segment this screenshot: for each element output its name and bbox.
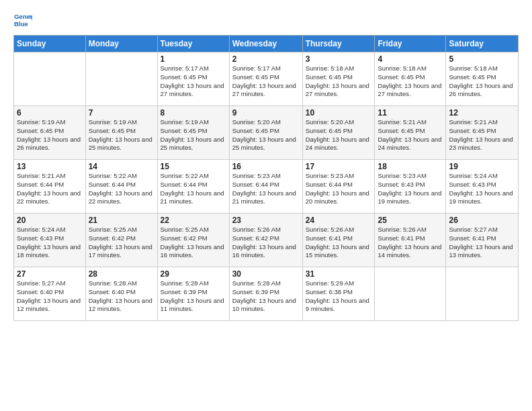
day-number: 27 — [17, 269, 83, 279]
calendar-cell — [14, 52, 86, 106]
calendar-cell: 2Sunrise: 5:17 AMSunset: 6:45 PMDaylight… — [229, 52, 302, 106]
daylight-text: Daylight: 13 hours and 21 minutes. — [161, 189, 226, 207]
daylight-text: Daylight: 13 hours and 16 minutes. — [232, 243, 300, 261]
sunrise-text: Sunrise: 5:29 AM — [306, 279, 372, 288]
day-info: Sunrise: 5:17 AMSunset: 6:45 PMDaylight:… — [161, 64, 226, 99]
day-info: Sunrise: 5:23 AMSunset: 6:44 PMDaylight:… — [232, 172, 300, 206]
day-number: 31 — [306, 269, 372, 279]
sunrise-text: Sunrise: 5:23 AM — [306, 172, 372, 181]
daylight-text: Daylight: 13 hours and 19 minutes. — [378, 189, 443, 207]
day-number: 28 — [89, 269, 154, 279]
day-number: 15 — [161, 162, 226, 171]
sunrise-text: Sunrise: 5:21 AM — [449, 118, 515, 127]
sunrise-text: Sunrise: 5:25 AM — [161, 226, 226, 234]
sunrise-text: Sunrise: 5:26 AM — [378, 226, 443, 234]
calendar-cell: 14Sunrise: 5:22 AMSunset: 6:44 PMDayligh… — [85, 160, 157, 214]
day-info: Sunrise: 5:19 AMSunset: 6:45 PMDaylight:… — [161, 118, 226, 152]
daylight-text: Daylight: 13 hours and 23 minutes. — [449, 136, 515, 153]
sunrise-text: Sunrise: 5:28 AM — [89, 279, 154, 288]
calendar-cell: 23Sunrise: 5:26 AMSunset: 6:42 PMDayligh… — [229, 214, 302, 267]
calendar-week-row: 1Sunrise: 5:17 AMSunset: 6:45 PMDaylight… — [14, 52, 519, 106]
day-number: 17 — [306, 162, 372, 171]
daylight-text: Daylight: 13 hours and 24 minutes. — [306, 136, 372, 153]
sunrise-text: Sunrise: 5:18 AM — [306, 64, 372, 73]
sunset-text: Sunset: 6:39 PM — [161, 288, 226, 297]
calendar-cell: 1Sunrise: 5:17 AMSunset: 6:45 PMDaylight… — [157, 52, 229, 106]
calendar-cell: 24Sunrise: 5:26 AMSunset: 6:41 PMDayligh… — [302, 214, 375, 267]
sunrise-text: Sunrise: 5:26 AM — [306, 226, 372, 234]
sunrise-text: Sunrise: 5:22 AM — [161, 172, 226, 181]
day-number: 1 — [161, 54, 226, 64]
sunset-text: Sunset: 6:43 PM — [17, 234, 83, 243]
calendar-cell: 17Sunrise: 5:23 AMSunset: 6:44 PMDayligh… — [302, 160, 375, 214]
day-number: 12 — [449, 108, 515, 118]
day-info: Sunrise: 5:24 AMSunset: 6:43 PMDaylight:… — [449, 172, 515, 206]
sunrise-text: Sunrise: 5:25 AM — [89, 226, 154, 234]
daylight-text: Daylight: 13 hours and 26 minutes. — [449, 82, 515, 99]
daylight-text: Daylight: 13 hours and 27 minutes. — [161, 82, 226, 99]
calendar-body: 1Sunrise: 5:17 AMSunset: 6:45 PMDaylight… — [14, 52, 519, 321]
calendar-week-row: 6Sunrise: 5:19 AMSunset: 6:45 PMDaylight… — [14, 106, 519, 160]
daylight-text: Daylight: 13 hours and 14 minutes. — [378, 243, 443, 261]
calendar-cell: 29Sunrise: 5:28 AMSunset: 6:39 PMDayligh… — [157, 267, 229, 321]
day-number: 2 — [232, 54, 300, 64]
sunrise-text: Sunrise: 5:20 AM — [306, 118, 372, 127]
daylight-text: Daylight: 13 hours and 9 minutes. — [306, 297, 372, 314]
sunset-text: Sunset: 6:45 PM — [17, 127, 83, 136]
calendar-cell: 20Sunrise: 5:24 AMSunset: 6:43 PMDayligh… — [14, 214, 86, 267]
sunset-text: Sunset: 6:40 PM — [17, 288, 83, 297]
sunset-text: Sunset: 6:44 PM — [89, 181, 154, 189]
day-info: Sunrise: 5:21 AMSunset: 6:45 PMDaylight:… — [378, 118, 443, 152]
day-number: 10 — [306, 108, 372, 118]
day-info: Sunrise: 5:27 AMSunset: 6:40 PMDaylight:… — [17, 279, 83, 314]
day-number: 7 — [89, 108, 154, 118]
daylight-text: Daylight: 13 hours and 27 minutes. — [306, 82, 372, 99]
sunrise-text: Sunrise: 5:28 AM — [161, 279, 226, 288]
day-number: 8 — [161, 108, 226, 118]
sunset-text: Sunset: 6:44 PM — [161, 181, 226, 189]
svg-text:Blue: Blue — [14, 20, 28, 28]
daylight-text: Daylight: 13 hours and 19 minutes. — [449, 189, 515, 207]
calendar-week-row: 13Sunrise: 5:21 AMSunset: 6:44 PMDayligh… — [14, 160, 519, 214]
calendar-week-row: 20Sunrise: 5:24 AMSunset: 6:43 PMDayligh… — [14, 214, 519, 267]
sunrise-text: Sunrise: 5:22 AM — [89, 172, 154, 181]
sunset-text: Sunset: 6:41 PM — [306, 234, 372, 243]
day-number: 25 — [378, 216, 443, 225]
sunset-text: Sunset: 6:38 PM — [306, 288, 372, 297]
day-info: Sunrise: 5:25 AMSunset: 6:42 PMDaylight:… — [89, 226, 154, 260]
logo-icon: General Blue — [13, 11, 32, 30]
weekday-header-cell: Sunday — [14, 36, 86, 52]
calendar-cell: 6Sunrise: 5:19 AMSunset: 6:45 PMDaylight… — [14, 106, 86, 160]
day-info: Sunrise: 5:22 AMSunset: 6:44 PMDaylight:… — [161, 172, 226, 206]
calendar-cell: 10Sunrise: 5:20 AMSunset: 6:45 PMDayligh… — [302, 106, 375, 160]
sunrise-text: Sunrise: 5:19 AM — [89, 118, 154, 127]
day-info: Sunrise: 5:24 AMSunset: 6:43 PMDaylight:… — [17, 226, 83, 260]
sunset-text: Sunset: 6:44 PM — [17, 181, 83, 189]
sunset-text: Sunset: 6:45 PM — [449, 127, 515, 136]
sunset-text: Sunset: 6:44 PM — [232, 181, 300, 189]
day-info: Sunrise: 5:26 AMSunset: 6:42 PMDaylight:… — [232, 226, 300, 260]
sunset-text: Sunset: 6:45 PM — [232, 73, 300, 82]
day-number: 6 — [17, 108, 83, 118]
weekday-header-cell: Saturday — [446, 36, 519, 52]
daylight-text: Daylight: 13 hours and 11 minutes. — [161, 297, 226, 314]
weekday-header-cell: Tuesday — [157, 36, 229, 52]
day-info: Sunrise: 5:18 AMSunset: 6:45 PMDaylight:… — [378, 64, 443, 99]
sunrise-text: Sunrise: 5:21 AM — [17, 172, 83, 181]
page-header: General Blue — [13, 11, 519, 30]
day-info: Sunrise: 5:18 AMSunset: 6:45 PMDaylight:… — [449, 64, 515, 99]
day-info: Sunrise: 5:28 AMSunset: 6:40 PMDaylight:… — [89, 279, 154, 314]
day-info: Sunrise: 5:28 AMSunset: 6:39 PMDaylight:… — [161, 279, 226, 314]
daylight-text: Daylight: 13 hours and 21 minutes. — [232, 189, 300, 207]
calendar-cell: 22Sunrise: 5:25 AMSunset: 6:42 PMDayligh… — [157, 214, 229, 267]
weekday-header-row: SundayMondayTuesdayWednesdayThursdayFrid… — [14, 36, 519, 52]
sunrise-text: Sunrise: 5:24 AM — [17, 226, 83, 234]
sunset-text: Sunset: 6:42 PM — [232, 234, 300, 243]
sunset-text: Sunset: 6:45 PM — [306, 127, 372, 136]
calendar-cell: 25Sunrise: 5:26 AMSunset: 6:41 PMDayligh… — [375, 214, 446, 267]
calendar-week-row: 27Sunrise: 5:27 AMSunset: 6:40 PMDayligh… — [14, 267, 519, 321]
day-info: Sunrise: 5:19 AMSunset: 6:45 PMDaylight:… — [89, 118, 154, 152]
day-number: 24 — [306, 216, 372, 225]
weekday-header-cell: Monday — [85, 36, 157, 52]
daylight-text: Daylight: 13 hours and 12 minutes. — [89, 297, 154, 314]
